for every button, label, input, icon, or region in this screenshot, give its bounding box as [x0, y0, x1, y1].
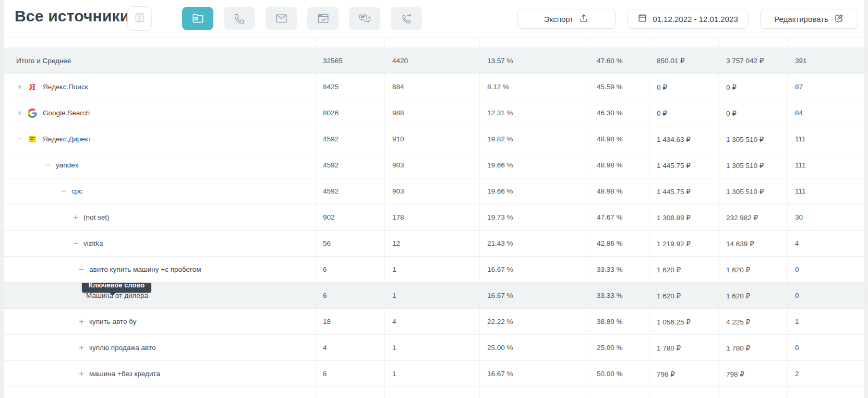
table-row[interactable]: −Яндекс.Директ459291019.82 %48.98 %1 434… [4, 126, 864, 152]
table-header-cutoff [4, 38, 864, 47]
expand-icon[interactable]: + [16, 108, 23, 117]
source-label: куплю продажа авто [89, 344, 156, 352]
metric-value: 8425 [315, 74, 384, 100]
tab-callbacks[interactable] [391, 7, 422, 30]
metric-value: 391 [787, 47, 864, 74]
source-name-cell: +купить авто бу [4, 309, 315, 334]
metric-value: 850.01 ₽ [649, 47, 718, 74]
metric-value: 1 219.92 ₽ [649, 231, 718, 256]
metric-value: 18 [315, 309, 384, 334]
metric-value: 56 [315, 231, 384, 256]
source-name-cell: −yandex [4, 152, 315, 178]
collapse-icon[interactable]: − [44, 161, 52, 170]
metric-value: 0 [787, 335, 864, 360]
table-row[interactable]: +куплю продажа авто4125.00 %25.00 %1 780… [4, 334, 864, 360]
calendar-icon [637, 13, 647, 25]
metric-value: 3 757 042 ₽ [718, 47, 787, 74]
source-label: Google.Search [43, 109, 90, 117]
phone-icon [233, 12, 246, 26]
metric-value: 48.98 % [589, 178, 649, 204]
collapse-icon[interactable]: − [16, 135, 23, 143]
expand-icon[interactable]: + [78, 369, 85, 378]
edit-button-label: Редактировать [774, 15, 828, 23]
metric-value: 8.12 % [479, 74, 589, 100]
date-range-button[interactable]: 01.12.2022 - 12.01.2023 [627, 9, 749, 29]
metric-value: 6 [315, 361, 384, 387]
save-view-button[interactable] [127, 6, 152, 31]
table-row[interactable]: −vizitka561221.43 %42.86 %1 219.92 ₽14 6… [4, 230, 864, 256]
metric-value: 46.30 % [589, 100, 649, 126]
metric-value: 33.33 % [589, 257, 649, 282]
date-range-label: 01.12.2022 - 12.01.2023 [653, 15, 738, 23]
tab-forms[interactable] [307, 7, 339, 30]
metric-value: 798 ₽ [649, 361, 718, 387]
table-row[interactable]: +Google.Search802698812.31 %46.30 %0 ₽0 … [4, 100, 864, 126]
collapse-icon[interactable]: − [78, 265, 85, 274]
table-row[interactable]: −cpc459290319.66 %48.98 %1 445.75 ₽1 305… [4, 178, 864, 204]
metric-value: 2 [787, 361, 864, 387]
table-row[interactable]: +(not set)90217819.73 %47.67 %1 308.89 ₽… [4, 204, 864, 230]
metric-value: 16.67 % [479, 361, 589, 387]
metric-value: 19.82 % [479, 126, 589, 152]
expand-icon[interactable]: + [78, 317, 85, 326]
source-name-cell: −cpc [4, 178, 315, 204]
tab-emails[interactable] [266, 7, 297, 30]
metric-value: 4 [384, 309, 479, 334]
metric-value: 19.66 % [479, 178, 589, 204]
metric-value: 19.73 % [479, 204, 589, 230]
metric-value: 14 639 ₽ [718, 231, 787, 256]
metric-value: 1 305 510 ₽ [718, 178, 787, 204]
metric-value: 87 [787, 74, 864, 100]
table-row[interactable]: −авито купить машину +с пробегом6116.67 … [4, 256, 864, 282]
metric-value: 903 [384, 178, 479, 204]
metric-value: 12.31 % [479, 100, 589, 126]
metric-value: 4 [787, 231, 864, 256]
metric-value: 19.66 % [479, 152, 589, 178]
direct-favicon [28, 135, 37, 144]
metric-value: 1 [787, 309, 864, 334]
table-row[interactable]: Итого и Среднее32565442013.57 %47.60 %85… [4, 47, 864, 74]
metric-value: 12 [384, 231, 479, 256]
mail-icon [274, 11, 288, 26]
source-label: Итого и Среднее [16, 57, 71, 65]
table-row[interactable]: +машина +без кредита6116.67 %50.00 %798 … [4, 360, 864, 387]
metric-value: 22.22 % [479, 309, 589, 334]
metric-value: 16.67 % [479, 257, 589, 282]
source-name-cell: +машина +без кредита [4, 361, 315, 387]
page-title: Все источники [15, 7, 129, 25]
table-row[interactable]: +ЯЯндекс.Поиск84256848.12 %45.59 %0 ₽0 ₽… [4, 74, 864, 100]
metric-value: 1 780 ₽ [649, 335, 718, 360]
expand-icon[interactable]: + [72, 213, 79, 222]
source-label: (not set) [83, 213, 110, 221]
keyword-tooltip: Ключевое слово [82, 283, 151, 293]
tab-sources[interactable] [182, 7, 213, 30]
export-button[interactable]: Экспорт [517, 9, 616, 29]
export-button-label: Экспорт [544, 15, 573, 23]
collapse-icon[interactable]: − [72, 239, 79, 248]
source-name-cell: −Яндекс.Директ [4, 126, 315, 152]
metric-value: 47.67 % [589, 204, 649, 230]
table-row[interactable]: Машина от дилераКлючевое слово6116.67 %3… [4, 282, 864, 308]
metric-value: 45.59 % [589, 74, 649, 100]
expand-icon[interactable]: + [78, 343, 85, 352]
source-label: vizitka [83, 239, 103, 247]
metric-value: 1 780 ₽ [718, 335, 787, 360]
metric-value: 111 [787, 178, 864, 204]
metric-value: 4592 [315, 126, 384, 152]
source-name-cell: −авито купить машину +с пробегом [4, 257, 315, 282]
metric-value: 6 [315, 283, 384, 308]
expand-icon[interactable]: + [16, 82, 23, 91]
metric-value: 232 982 ₽ [718, 204, 787, 230]
tab-chats[interactable] [349, 7, 380, 30]
tab-calls[interactable] [224, 7, 255, 30]
table-row[interactable]: +купить авто бу18422.22 %38.89 %1 056.25… [4, 308, 864, 334]
edit-button[interactable]: Редактировать [760, 9, 858, 29]
google-favicon [28, 108, 37, 118]
table-row[interactable]: −yandex459290319.66 %48.98 %1 445.75 ₽1 … [4, 152, 864, 178]
collapse-icon[interactable]: − [60, 187, 67, 196]
metric-value: 1 [384, 361, 479, 387]
metric-value: 21.43 % [479, 231, 589, 256]
metric-value: 30 [787, 204, 864, 230]
metric-value: 0 ₽ [718, 100, 787, 126]
source-label: купить авто бу [89, 318, 137, 325]
